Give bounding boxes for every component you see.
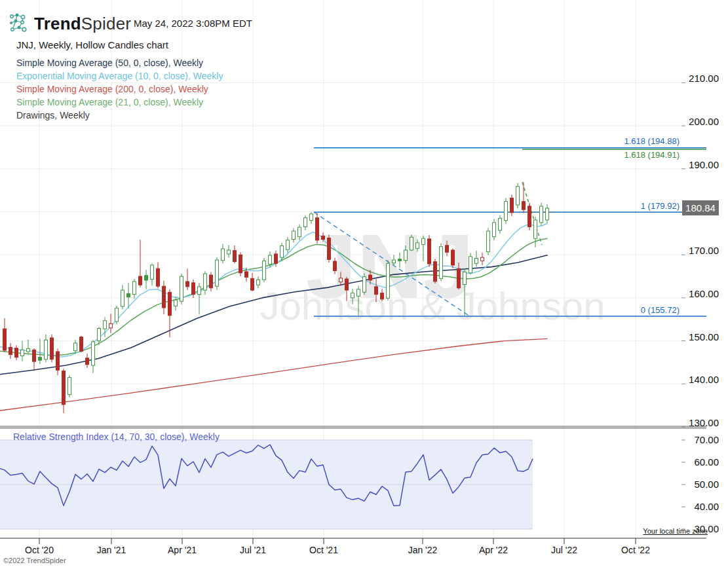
price-axis-label: 170.00: [689, 245, 719, 256]
candle-body: [540, 206, 543, 223]
candle-body: [251, 278, 254, 290]
legend-sma50[interactable]: Simple Moving Average (50, 0, close), We…: [16, 56, 223, 69]
candle-body: [375, 287, 378, 295]
candle-body: [121, 290, 125, 306]
x-axis-label: Oct '21: [309, 545, 338, 555]
candle-body: [516, 187, 520, 205]
candle-body: [27, 348, 30, 352]
candle-body: [387, 263, 390, 298]
candle-body: [216, 260, 219, 286]
candle-body: [221, 249, 225, 261]
candle-body: [50, 338, 54, 359]
fib-label-1618-blue: 1.618 (194.88): [624, 136, 680, 146]
price-axis-label: 200.00: [689, 116, 719, 127]
candle-body: [92, 342, 95, 365]
candle-body: [510, 198, 514, 212]
fib-label-0: 0 (155.72): [641, 305, 680, 315]
candle-body: [280, 246, 284, 257]
candle-body: [304, 218, 307, 227]
candle-body: [292, 231, 296, 239]
candle-body: [145, 276, 148, 280]
candle-body: [62, 371, 66, 405]
rsi-axis-label: 70.00: [694, 434, 719, 445]
brand-name-trend: Trend: [34, 14, 81, 33]
x-axis-label: Oct '20: [25, 545, 54, 555]
candle-body: [174, 300, 178, 306]
candle-body: [157, 268, 160, 286]
candle-body: [227, 250, 231, 254]
legend-sma21[interactable]: Simple Moving Average (21, 0, close), We…: [16, 96, 223, 109]
price-axis-label: 140.00: [689, 374, 719, 385]
candle-body: [410, 237, 413, 250]
candle-body: [322, 236, 325, 239]
candle-body: [334, 261, 337, 270]
candle-body: [522, 202, 526, 210]
candle-body: [422, 238, 425, 244]
candle-body: [398, 259, 402, 261]
candle-body: [210, 275, 213, 288]
candle-body: [151, 265, 154, 280]
candle-body: [369, 275, 372, 280]
candle-body: [163, 286, 166, 308]
price-axis-label: 210.00: [689, 73, 719, 84]
candle-body: [180, 276, 183, 301]
rsi-axis-label: 60.00: [694, 456, 719, 468]
candle-body: [109, 323, 113, 328]
candle-body: [481, 257, 484, 261]
price-axis-label: 160.00: [689, 288, 719, 299]
candle-body: [86, 358, 89, 365]
candle-body: [98, 329, 101, 341]
candle-body: [133, 282, 136, 295]
candle-body: [328, 238, 331, 260]
candle-body: [286, 240, 290, 249]
x-axis-label: Jul '22: [551, 545, 577, 555]
candle-body: [245, 272, 248, 278]
candle-body: [298, 227, 301, 236]
candle-body: [33, 350, 36, 361]
pane-separator: [0, 426, 706, 429]
legend-drawings[interactable]: Drawings, Weekly: [16, 109, 223, 122]
candle-body: [204, 274, 207, 290]
rsi-axis-label: 40.00: [694, 501, 719, 512]
candle-body: [192, 283, 195, 295]
candle-body: [45, 340, 48, 359]
legend-ema10[interactable]: Exponential Moving Average (10, 0, close…: [16, 69, 223, 83]
candle-body: [15, 348, 18, 358]
candle-body: [345, 279, 349, 290]
candle-body: [263, 261, 266, 280]
candle-body: [487, 231, 490, 252]
candle-body: [451, 250, 455, 265]
candle-body: [257, 280, 260, 285]
x-axis-label: Apr '22: [479, 545, 508, 555]
legend-sma200[interactable]: Simple Moving Average (200, 0, close), W…: [16, 83, 223, 96]
candle-body: [434, 262, 437, 282]
candle-body: [127, 293, 130, 297]
candle-body: [198, 287, 201, 295]
candle-body: [139, 276, 142, 285]
candle-body: [233, 251, 237, 262]
copyright-note: ©2022 TrendSpider: [3, 557, 66, 564]
candle-body: [357, 289, 360, 297]
candle-body: [546, 208, 549, 220]
candle-body: [104, 321, 107, 329]
x-axis-label: Jul '21: [240, 545, 266, 555]
candle-body: [310, 214, 313, 221]
candle-body: [80, 337, 83, 352]
candle-body: [393, 260, 396, 263]
candle-body: [351, 293, 354, 298]
candle-body: [239, 255, 242, 273]
candle-body: [9, 347, 12, 354]
candle-body: [404, 250, 408, 261]
candle-body: [475, 258, 478, 263]
candle-body: [493, 223, 496, 237]
candle-body: [68, 377, 71, 394]
x-axis-label: Jan '22: [408, 545, 438, 555]
rsi-indicator-label[interactable]: Relative Strength Index (14, 70, 30, clo…: [13, 431, 220, 442]
current-price-badge: 180.84: [682, 200, 719, 215]
candle-body: [499, 218, 502, 230]
candle-body: [363, 277, 366, 293]
candle-body: [381, 293, 384, 299]
candle-body: [39, 358, 42, 361]
timezone-note[interactable]: Your local time zone: [643, 527, 708, 535]
candle-body: [528, 206, 531, 227]
